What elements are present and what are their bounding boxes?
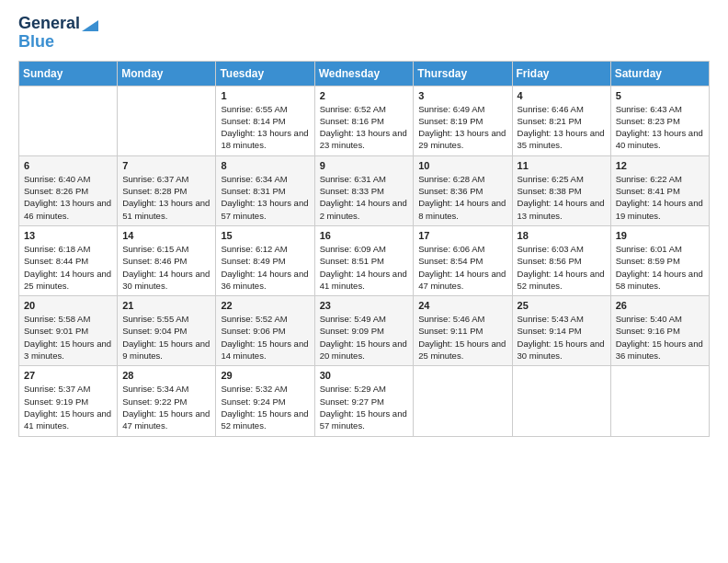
calendar-week-5: 27Sunrise: 5:37 AM Sunset: 9:19 PM Dayli… (19, 366, 710, 436)
day-info: Sunrise: 6:18 AM Sunset: 8:44 PM Dayligh… (24, 243, 112, 292)
day-header-monday: Monday (118, 61, 216, 86)
logo-text-line2: Blue (18, 33, 54, 52)
calendar-header-row: SundayMondayTuesdayWednesdayThursdayFrid… (19, 61, 710, 86)
day-info: Sunrise: 6:25 AM Sunset: 8:38 PM Dayligh… (518, 173, 606, 222)
calendar-cell: 8Sunrise: 6:34 AM Sunset: 8:31 PM Daylig… (216, 155, 314, 225)
logo-bird-icon (82, 15, 98, 31)
day-info: Sunrise: 5:34 AM Sunset: 9:22 PM Dayligh… (122, 383, 210, 431)
day-number: 12 (616, 160, 704, 171)
day-number: 4 (518, 90, 606, 101)
calendar-cell: 3Sunrise: 6:49 AM Sunset: 8:19 PM Daylig… (414, 86, 512, 155)
day-number: 3 (418, 90, 506, 101)
day-number: 10 (418, 160, 506, 171)
calendar-cell: 23Sunrise: 5:49 AM Sunset: 9:09 PM Dayli… (314, 296, 414, 366)
day-info: Sunrise: 5:52 AM Sunset: 9:06 PM Dayligh… (221, 313, 309, 362)
day-number: 20 (24, 300, 112, 311)
day-number: 1 (221, 90, 309, 101)
calendar-cell: 2Sunrise: 6:52 AM Sunset: 8:16 PM Daylig… (314, 86, 414, 155)
day-info: Sunrise: 5:37 AM Sunset: 9:19 PM Dayligh… (24, 383, 112, 431)
calendar-cell: 4Sunrise: 6:46 AM Sunset: 8:21 PM Daylig… (512, 86, 610, 155)
calendar-cell: 6Sunrise: 6:40 AM Sunset: 8:26 PM Daylig… (19, 155, 118, 225)
calendar-cell: 14Sunrise: 6:15 AM Sunset: 8:46 PM Dayli… (118, 225, 216, 295)
day-info: Sunrise: 6:31 AM Sunset: 8:33 PM Dayligh… (320, 173, 409, 222)
day-info: Sunrise: 6:06 AM Sunset: 8:54 PM Dayligh… (418, 243, 506, 292)
day-number: 17 (418, 230, 506, 241)
day-header-thursday: Thursday (414, 61, 512, 86)
day-number: 9 (320, 160, 409, 171)
calendar-cell: 20Sunrise: 5:58 AM Sunset: 9:01 PM Dayli… (19, 296, 118, 366)
day-info: Sunrise: 5:43 AM Sunset: 9:14 PM Dayligh… (518, 313, 606, 362)
day-info: Sunrise: 5:49 AM Sunset: 9:09 PM Dayligh… (320, 313, 409, 362)
calendar-cell (610, 366, 709, 436)
day-info: Sunrise: 5:46 AM Sunset: 9:11 PM Dayligh… (418, 313, 506, 362)
day-number: 24 (418, 300, 506, 311)
day-number: 23 (320, 300, 409, 311)
calendar-cell: 27Sunrise: 5:37 AM Sunset: 9:19 PM Dayli… (19, 366, 118, 436)
day-info: Sunrise: 6:49 AM Sunset: 8:19 PM Dayligh… (418, 103, 506, 152)
day-number: 8 (221, 160, 309, 171)
calendar-week-2: 6Sunrise: 6:40 AM Sunset: 8:26 PM Daylig… (19, 155, 710, 225)
header: General Blue (18, 15, 710, 52)
day-number: 15 (221, 230, 309, 241)
calendar-cell: 13Sunrise: 6:18 AM Sunset: 8:44 PM Dayli… (19, 225, 118, 295)
calendar-cell: 10Sunrise: 6:28 AM Sunset: 8:36 PM Dayli… (414, 155, 512, 225)
day-info: Sunrise: 6:46 AM Sunset: 8:21 PM Dayligh… (518, 103, 606, 152)
calendar-cell: 9Sunrise: 6:31 AM Sunset: 8:33 PM Daylig… (314, 155, 414, 225)
day-info: Sunrise: 6:40 AM Sunset: 8:26 PM Dayligh… (24, 173, 112, 222)
calendar-cell: 22Sunrise: 5:52 AM Sunset: 9:06 PM Dayli… (216, 296, 314, 366)
page: General Blue SundayMondayTuesdayWednesda… (0, 0, 728, 563)
calendar-cell: 1Sunrise: 6:55 AM Sunset: 8:14 PM Daylig… (216, 86, 314, 155)
calendar-cell: 25Sunrise: 5:43 AM Sunset: 9:14 PM Dayli… (512, 296, 610, 366)
day-number: 5 (616, 90, 704, 101)
day-number: 29 (221, 370, 309, 381)
day-info: Sunrise: 6:37 AM Sunset: 8:28 PM Dayligh… (122, 173, 210, 222)
day-info: Sunrise: 6:43 AM Sunset: 8:23 PM Dayligh… (616, 103, 704, 152)
day-info: Sunrise: 6:09 AM Sunset: 8:51 PM Dayligh… (320, 243, 409, 292)
calendar-cell (19, 86, 118, 155)
day-number: 27 (24, 370, 112, 381)
day-info: Sunrise: 6:52 AM Sunset: 8:16 PM Dayligh… (320, 103, 409, 152)
day-info: Sunrise: 6:34 AM Sunset: 8:31 PM Dayligh… (221, 173, 309, 222)
day-number: 11 (518, 160, 606, 171)
calendar-cell: 28Sunrise: 5:34 AM Sunset: 9:22 PM Dayli… (118, 366, 216, 436)
logo: General Blue (18, 15, 98, 52)
day-header-friday: Friday (512, 61, 610, 86)
day-number: 25 (518, 300, 606, 311)
day-info: Sunrise: 6:22 AM Sunset: 8:41 PM Dayligh… (616, 173, 704, 222)
calendar-cell: 18Sunrise: 6:03 AM Sunset: 8:56 PM Dayli… (512, 225, 610, 295)
calendar-cell (512, 366, 610, 436)
day-info: Sunrise: 5:58 AM Sunset: 9:01 PM Dayligh… (24, 313, 112, 362)
calendar-cell: 16Sunrise: 6:09 AM Sunset: 8:51 PM Dayli… (314, 225, 414, 295)
day-number: 7 (122, 160, 210, 171)
calendar-week-4: 20Sunrise: 5:58 AM Sunset: 9:01 PM Dayli… (19, 296, 710, 366)
day-header-sunday: Sunday (19, 61, 118, 86)
calendar-cell: 7Sunrise: 6:37 AM Sunset: 8:28 PM Daylig… (118, 155, 216, 225)
day-number: 28 (122, 370, 210, 381)
calendar-cell: 11Sunrise: 6:25 AM Sunset: 8:38 PM Dayli… (512, 155, 610, 225)
day-number: 14 (122, 230, 210, 241)
day-number: 6 (24, 160, 112, 171)
day-number: 22 (221, 300, 309, 311)
calendar-week-3: 13Sunrise: 6:18 AM Sunset: 8:44 PM Dayli… (19, 225, 710, 295)
calendar-table: SundayMondayTuesdayWednesdayThursdayFrid… (18, 61, 710, 437)
day-info: Sunrise: 6:12 AM Sunset: 8:49 PM Dayligh… (221, 243, 309, 292)
calendar-cell: 30Sunrise: 5:29 AM Sunset: 9:27 PM Dayli… (314, 366, 414, 436)
calendar-cell (118, 86, 216, 155)
svg-marker-0 (82, 20, 98, 31)
day-info: Sunrise: 5:40 AM Sunset: 9:16 PM Dayligh… (616, 313, 704, 362)
day-info: Sunrise: 6:03 AM Sunset: 8:56 PM Dayligh… (518, 243, 606, 292)
day-info: Sunrise: 5:55 AM Sunset: 9:04 PM Dayligh… (122, 313, 210, 362)
day-number: 18 (518, 230, 606, 241)
day-number: 30 (320, 370, 409, 381)
day-number: 13 (24, 230, 112, 241)
day-number: 19 (616, 230, 704, 241)
day-number: 26 (616, 300, 704, 311)
day-number: 21 (122, 300, 210, 311)
logo-text-line1: General (18, 15, 80, 33)
day-info: Sunrise: 5:32 AM Sunset: 9:24 PM Dayligh… (221, 383, 309, 431)
day-number: 2 (320, 90, 409, 101)
calendar-cell (414, 366, 512, 436)
day-info: Sunrise: 6:28 AM Sunset: 8:36 PM Dayligh… (418, 173, 506, 222)
calendar-cell: 24Sunrise: 5:46 AM Sunset: 9:11 PM Dayli… (414, 296, 512, 366)
calendar-week-1: 1Sunrise: 6:55 AM Sunset: 8:14 PM Daylig… (19, 86, 710, 155)
